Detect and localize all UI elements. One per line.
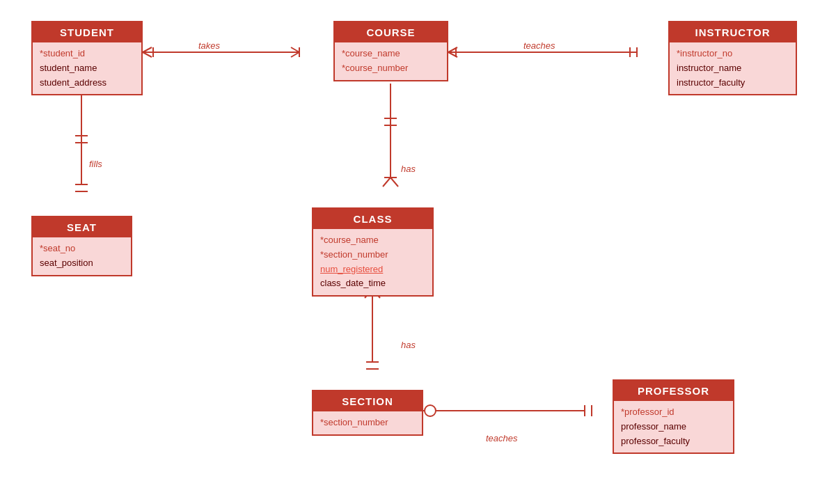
svg-line-6 [291, 47, 299, 52]
svg-line-2 [143, 52, 152, 57]
entity-section: SECTION *section_number [312, 390, 423, 436]
entity-instructor: INSTRUCTOR *instructor_no instructor_nam… [668, 21, 797, 95]
entity-course-header: COURSE [335, 22, 447, 42]
entity-professor-body: *professor_id professor_name professor_f… [614, 401, 733, 452]
entity-class-header: CLASS [313, 209, 432, 229]
svg-line-10 [448, 52, 457, 57]
entity-professor-header: PROFESSOR [614, 381, 733, 401]
label-teaches-instructor: teaches [523, 40, 555, 51]
field-class-course-name: *course_name [320, 233, 425, 248]
entity-class: CLASS *course_name *section_number num_r… [312, 207, 434, 297]
entity-course-body: *course_name *course_number [335, 42, 447, 80]
label-has-class: has [401, 164, 416, 174]
field-class-date-time: class_date_time [320, 276, 425, 291]
field-professor-id: *professor_id [621, 405, 726, 420]
field-course-number: *course_number [342, 61, 440, 76]
label-fills: fills [89, 159, 102, 169]
entity-seat-body: *seat_no seat_position [33, 237, 131, 275]
entity-instructor-body: *instructor_no instructor_name instructo… [670, 42, 796, 94]
field-instructor-faculty: instructor_faculty [677, 76, 789, 90]
field-instructor-name: instructor_name [677, 61, 789, 76]
field-class-section-number: *section_number [320, 248, 425, 262]
entity-seat: SEAT *seat_no seat_position [31, 216, 132, 276]
svg-point-32 [425, 405, 436, 416]
field-class-num-registered: num_registered [320, 262, 425, 277]
entity-section-header: SECTION [313, 391, 422, 411]
svg-line-24 [391, 178, 398, 187]
entity-class-body: *course_name *section_number num_registe… [313, 229, 432, 295]
field-student-address: student_address [40, 76, 134, 90]
entity-student-body: *student_id student_name student_address [33, 42, 141, 94]
field-instructor-no: *instructor_no [677, 47, 789, 61]
entity-student: STUDENT *student_id student_name student… [31, 21, 143, 95]
entity-section-body: *section_number [313, 411, 422, 434]
field-professor-faculty: professor_faculty [621, 434, 726, 449]
label-teaches-professor: teaches [486, 433, 518, 443]
field-student-name: student_name [40, 61, 134, 76]
svg-line-23 [383, 178, 391, 187]
field-seat-no: *seat_no [40, 242, 124, 256]
entity-professor: PROFESSOR *professor_id professor_name p… [613, 379, 734, 454]
entity-seat-header: SEAT [33, 217, 131, 237]
entity-instructor-header: INSTRUCTOR [670, 22, 796, 42]
label-takes: takes [198, 40, 220, 51]
field-student-id: *student_id [40, 47, 134, 61]
field-section-number: *section_number [320, 416, 415, 430]
field-course-name: *course_name [342, 47, 440, 61]
svg-line-1 [143, 47, 152, 52]
entity-course: COURSE *course_name *course_number [333, 21, 448, 81]
field-seat-position: seat_position [40, 256, 124, 271]
svg-line-9 [448, 47, 457, 52]
svg-line-7 [291, 52, 299, 57]
field-professor-name: professor_name [621, 420, 726, 434]
diagram-container: STUDENT *student_id student_name student… [0, 0, 836, 504]
label-has-section: has [401, 340, 416, 350]
entity-student-header: STUDENT [33, 22, 141, 42]
